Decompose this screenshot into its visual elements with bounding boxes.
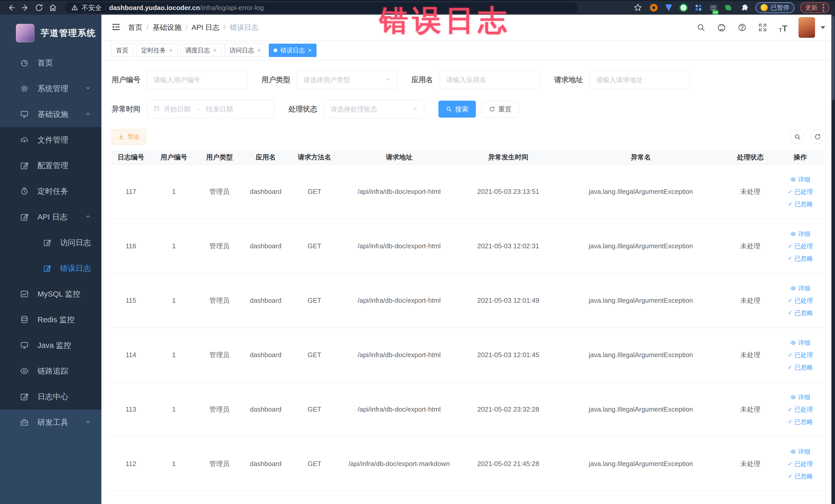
detail-link[interactable]: 详细	[790, 230, 810, 238]
mark-ignored-link[interactable]: ✓已忽略	[788, 418, 813, 426]
chart-icon	[20, 289, 29, 298]
app-name-input[interactable]	[446, 76, 533, 84]
sidebar-item-home[interactable]: 首页	[0, 50, 101, 76]
search-icon[interactable]	[696, 22, 706, 33]
avatar-caret-icon[interactable]	[821, 26, 825, 29]
breadcrumb-item[interactable]: 首页	[128, 23, 142, 32]
cell-app: dashboard	[241, 328, 290, 382]
close-icon[interactable]: ×	[213, 47, 217, 54]
sidebar-item-devtools[interactable]: 研发工具	[0, 409, 101, 435]
sidebar-item-infra[interactable]: 基础设施	[0, 101, 101, 127]
sidebar-item-trace[interactable]: 链路追踪	[0, 358, 101, 384]
mark-ignored-link[interactable]: ✓已忽略	[788, 309, 813, 317]
refresh-table-button[interactable]	[810, 130, 825, 144]
cell-status: 未处理	[725, 274, 776, 328]
tab-schedule-log[interactable]: 调度日志×	[180, 44, 222, 57]
date-range-picker[interactable]: 开始日期 - 结束日期	[147, 100, 274, 118]
search-button[interactable]: 搜索	[439, 101, 476, 118]
breadcrumb-separator: /	[186, 23, 188, 32]
bookmark-star-icon[interactable]	[632, 2, 644, 13]
extension-orange-icon[interactable]	[649, 3, 658, 12]
mark-ignored-link[interactable]: ✓已忽略	[788, 472, 813, 480]
close-icon[interactable]: ×	[169, 47, 172, 54]
breadcrumb-item[interactable]: 基础设施	[153, 23, 182, 32]
sidebar-item-mysql-monitor[interactable]: MySQL 监控	[0, 281, 101, 307]
select-placeholder: 请选择用户类型	[303, 76, 350, 84]
detail-link[interactable]: 详细	[790, 339, 810, 347]
font-size-icon[interactable]: TT	[778, 22, 788, 33]
sidebar-item-redis-monitor[interactable]: Redis 监控	[0, 307, 101, 332]
filter-label: 用户编号	[111, 75, 140, 85]
github-icon[interactable]	[716, 22, 727, 33]
sidebar-toggle-icon[interactable]	[111, 22, 121, 33]
avatar[interactable]	[798, 17, 815, 38]
cell-log-id: 113	[111, 382, 150, 437]
mark-ignored-link[interactable]: ✓已忽略	[788, 255, 813, 263]
extension-on-badge-icon[interactable]: on	[709, 3, 718, 12]
fullscreen-icon[interactable]	[757, 22, 768, 33]
detail-link[interactable]: 详细	[790, 175, 810, 184]
user-id-input[interactable]	[154, 76, 241, 84]
mark-processed-link[interactable]: ✓已处理	[788, 405, 813, 414]
reset-button[interactable]: 重置	[482, 101, 519, 118]
close-icon[interactable]: ×	[257, 47, 261, 54]
cell-time: 2021-05-02 23:32:28	[460, 382, 557, 437]
process-status-select[interactable]: 请选择处理状态	[324, 100, 424, 118]
sidebar-item-log-center[interactable]: 日志中心	[0, 384, 101, 409]
mark-processed-link[interactable]: ✓已处理	[788, 351, 813, 359]
sidebar-item-java-monitor[interactable]: Java 监控	[0, 332, 101, 358]
table-row: 115 1 管理员 dashboard GET /api/infra/db-do…	[111, 274, 825, 328]
reload-icon[interactable]	[33, 2, 45, 13]
cell-user-id: 1	[150, 165, 198, 219]
app-logo-row[interactable]: 芋道管理系统	[0, 15, 101, 50]
sidebar-item-file-management[interactable]: 文件管理	[0, 127, 101, 153]
forward-icon[interactable]	[20, 2, 31, 13]
sidebar-item-label: MySQL 监控	[38, 289, 80, 299]
mark-processed-link[interactable]: ✓已处理	[788, 242, 813, 250]
breadcrumb-item[interactable]: API 日志	[192, 23, 220, 32]
close-icon[interactable]: ×	[308, 47, 312, 54]
sidebar-item-scheduled-tasks[interactable]: 定时任务	[0, 178, 101, 204]
tab-error-log[interactable]: 错误日志×	[269, 44, 317, 57]
back-icon[interactable]	[6, 2, 17, 13]
extensions-puzzle-icon[interactable]	[738, 2, 750, 13]
extension-leaf-icon[interactable]	[724, 3, 733, 12]
paused-extension-badge[interactable]: 已暂停	[755, 2, 794, 13]
toggle-search-button[interactable]	[790, 130, 805, 144]
mark-ignored-link[interactable]: ✓已忽略	[788, 200, 813, 208]
mark-processed-link[interactable]: ✓已处理	[788, 460, 813, 468]
extension-blue-icon[interactable]	[664, 3, 673, 12]
tab-scheduled-tasks[interactable]: 定时任务×	[136, 44, 177, 57]
sidebar-item-system[interactable]: 系统管理	[0, 76, 101, 101]
mark-processed-link[interactable]: ✓已处理	[788, 297, 813, 305]
extension-green-check-icon[interactable]: ✓	[679, 3, 688, 12]
request-url-input[interactable]	[596, 76, 683, 84]
tab-access-log[interactable]: 访问日志×	[225, 44, 266, 57]
page-scrollbar[interactable]	[831, 15, 835, 504]
eye-icon	[790, 177, 796, 182]
detail-link[interactable]: 详细	[790, 393, 810, 401]
sidebar-item-config-management[interactable]: 配置管理	[0, 153, 101, 178]
chrome-update-button[interactable]: 更新	[800, 2, 829, 13]
detail-link[interactable]: 详细	[790, 284, 810, 293]
help-icon[interactable]	[737, 22, 747, 33]
chrome-menu-icon[interactable]	[823, 4, 824, 11]
sidebar-item-api-log[interactable]: API 日志	[0, 204, 101, 230]
toolbox-icon	[20, 418, 29, 427]
home-icon[interactable]	[47, 2, 59, 13]
mark-ignored-link[interactable]: ✓已忽略	[788, 363, 813, 371]
mark-processed-link[interactable]: ✓已处理	[788, 188, 813, 196]
filter-request-url: 请求地址	[554, 70, 690, 89]
sidebar-item-error-log[interactable]: 错误日志	[0, 256, 101, 281]
column-header: 操作	[776, 150, 825, 164]
sidebar-item-access-log[interactable]: 访问日志	[0, 230, 101, 256]
extension-grid-icon[interactable]	[694, 3, 703, 12]
user-type-select[interactable]: 请选择用户类型	[297, 70, 397, 89]
sidebar-menu: 首页 系统管理 基础设施 文件管理 配置管理	[0, 50, 101, 435]
detail-link[interactable]: 详细	[790, 447, 810, 456]
export-button[interactable]: 导出	[111, 129, 146, 144]
address-bar[interactable]: 不安全 dashboard.yudao.iocoder.cn/infra/log…	[65, 2, 578, 13]
tab-home[interactable]: 首页	[111, 44, 133, 57]
table-row: 116 1 管理员 dashboard GET /api/infra/db-do…	[111, 219, 825, 274]
scrollbar-thumb[interactable]	[832, 16, 834, 100]
